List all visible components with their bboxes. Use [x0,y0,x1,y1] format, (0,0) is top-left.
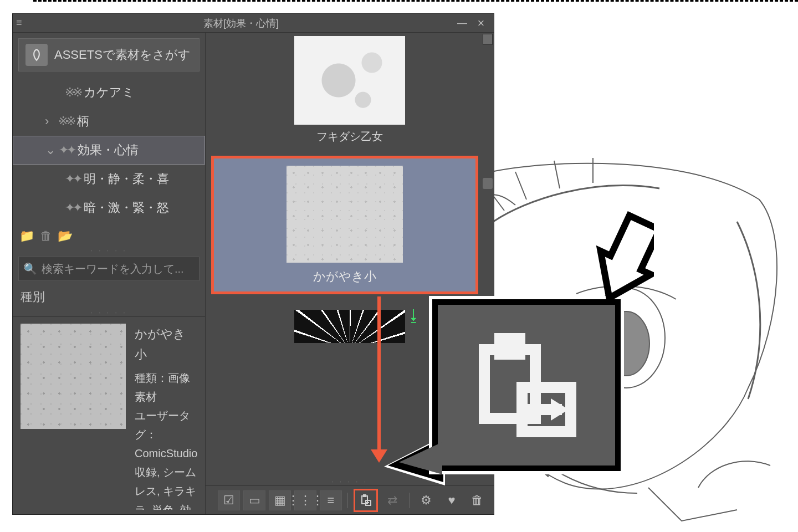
tree-label: カケアミ [84,84,135,101]
material-item-next[interactable]: ⭳ [294,310,405,343]
material-item-kagayaki-selected[interactable]: かがやき小 [211,156,478,294]
assets-search-button[interactable]: ASSETSで素材をさがす [18,38,200,71]
scrollbar-up-button[interactable] [483,34,493,45]
material-thumbnail [287,166,403,263]
pattern-icon: ※※ [65,85,80,100]
material-item-fukidashi[interactable]: フキダシ乙女 [294,36,405,144]
sparkle-icon: ✦✦ [65,201,80,215]
favorite-icon[interactable]: ♥ [441,490,463,510]
tree-label: 柄 [77,113,89,130]
detail-usertag-label: ユーザータグ： [135,410,190,441]
settings-icon[interactable]: ⚙ [415,490,437,510]
material-thumbnail [294,310,405,343]
material-caption: かがやき小 [313,268,376,285]
chevron-right-icon: › [45,114,55,129]
annotation-arrow-line [377,296,381,453]
svg-rect-4 [364,495,366,497]
divider: · · · · · [13,247,205,254]
sidebar: ASSETSで素材をさがす ※※ カケアミ › ※※ 柄 ⌄ ✦✦ 効果・心情 [13,33,206,514]
type-filter-label: 種別 [13,283,205,309]
scrollbar-thumb[interactable] [483,178,493,189]
cursor-arrow-annotation [565,211,654,332]
paste-to-canvas-button[interactable] [354,489,378,512]
select-all-icon[interactable]: ☑ [218,490,240,510]
detail-name: かがやき小 [135,324,197,365]
view-list-icon[interactable]: ≡ [320,490,342,510]
tree-label: 効果・心情 [78,142,139,158]
search-input[interactable] [42,263,195,275]
tree-item-pattern[interactable]: › ※※ 柄 [13,107,205,136]
assets-search-label: ASSETSで素材をさがす [54,47,191,63]
tree-label: 暗・激・緊・怒 [84,200,169,216]
folder-tree: ※※ カケアミ › ※※ 柄 ⌄ ✦✦ 効果・心情 ✦✦ 明・静・柔・喜 [13,76,205,226]
search-field[interactable]: 🔍 [18,257,200,281]
paste-icon-large [471,330,582,441]
assets-icon [25,44,48,66]
tree-label: 明・静・柔・喜 [84,171,169,187]
open-folder-icon[interactable]: 📂 [58,229,73,243]
tree-item-dark[interactable]: ✦✦ 暗・激・緊・怒 [13,193,205,222]
detail-pane: かがやき小 種類：画像素材 ユーザータグ：ComicStudio収録, シームレ… [13,316,205,514]
detail-usertag-value: ComicStudio収録, シームレス, キラキラ, 単色, 効果・心情, 単 [135,447,197,510]
view-detail-icon[interactable]: ▭ [243,490,265,510]
tree-item-bright[interactable]: ✦✦ 明・静・柔・喜 [13,165,205,193]
detail-thumbnail [21,324,126,429]
gallery-toolbar: ☑ ▭ ▦ ⋮⋮⋮ ≡ ⇄ ⚙ ♥ 🗑 [206,485,494,514]
svg-rect-7 [500,339,520,354]
pattern-icon: ※※ [58,114,74,129]
divider: · · · · · [206,478,494,485]
material-caption: フキダシ乙女 [316,129,383,144]
detail-usertags: ユーザータグ：ComicStudio収録, シームレス, キラキラ, 単色, 効… [135,406,197,510]
close-button[interactable]: × [472,16,490,30]
separator [347,493,348,508]
search-icon: 🔍 [23,262,37,275]
separator [409,493,410,508]
trash-icon[interactable]: 🗑 [466,490,488,510]
callout-tail-inner [399,442,442,474]
swap-icon[interactable]: ⇄ [381,490,403,510]
detail-kind-label: 種類： [135,372,168,384]
material-thumbnail [294,36,405,125]
view-small-grid-icon[interactable]: ⋮⋮⋮ [294,490,316,510]
divider: · · · · · [13,309,205,316]
chevron-down-icon: ⌄ [45,143,55,157]
titlebar: ≡ 素材[効果・心情] — × [13,14,494,33]
download-icon: ⭳ [406,306,422,325]
tree-item-effect-emotion[interactable]: ⌄ ✦✦ 効果・心情 [13,136,205,165]
minimize-button[interactable]: — [453,17,472,29]
new-folder-icon[interactable]: 📁 [19,229,34,243]
folder-toolbar: 📁 🗑 📂 [13,226,205,247]
detail-kind: 種類：画像素材 [135,369,197,406]
tree-item-kakeami[interactable]: ※※ カケアミ [13,78,205,107]
panel-title: 素材[効果・心情] [29,17,453,30]
delete-folder-icon[interactable]: 🗑 [40,229,52,243]
selection-marquee [33,0,798,2]
detail-info: かがやき小 種類：画像素材 ユーザータグ：ComicStudio収録, シームレ… [135,324,197,510]
sparkle-icon: ✦✦ [65,172,80,186]
sparkle-icon: ✦✦ [59,143,74,157]
menu-icon[interactable]: ≡ [16,17,29,29]
